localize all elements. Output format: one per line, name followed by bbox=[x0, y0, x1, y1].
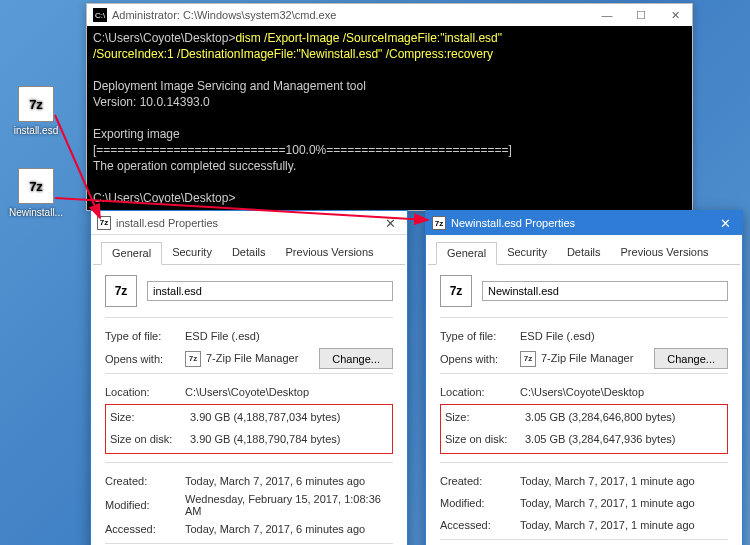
label-sizeondisk: Size on disk: bbox=[445, 433, 525, 445]
sevenzip-icon: 7z bbox=[432, 216, 446, 230]
value-created: Today, March 7, 2017, 6 minutes ago bbox=[185, 475, 393, 487]
cmd-prompt: C:\Users\Coyote\Desktop> bbox=[93, 191, 235, 205]
label-created: Created: bbox=[440, 475, 520, 487]
label-location: Location: bbox=[105, 386, 185, 398]
tab-strip: General Security Details Previous Versio… bbox=[93, 235, 405, 265]
tab-previous-versions[interactable]: Previous Versions bbox=[276, 242, 384, 265]
tab-strip: General Security Details Previous Versio… bbox=[428, 235, 740, 265]
properties-titlebar[interactable]: 7z Newinstall.esd Properties ✕ bbox=[426, 211, 742, 235]
desktop-icon-label: install.esd bbox=[6, 125, 66, 136]
cmd-body[interactable]: C:\Users\Coyote\Desktop>dism /Export-Ima… bbox=[87, 26, 692, 210]
cmd-output: Exporting image bbox=[93, 127, 180, 141]
value-sizeondisk: 3.05 GB (3,284,647,936 bytes) bbox=[525, 433, 723, 445]
value-size: 3.05 GB (3,284,646,800 bytes) bbox=[525, 411, 723, 423]
label-modified: Modified: bbox=[105, 499, 185, 511]
properties-dialog-newinstall: 7z Newinstall.esd Properties ✕ General S… bbox=[425, 210, 743, 545]
value-created: Today, March 7, 2017, 1 minute ago bbox=[520, 475, 728, 487]
label-sizeondisk: Size on disk: bbox=[110, 433, 190, 445]
close-button[interactable]: ✕ bbox=[373, 211, 407, 235]
value-accessed: Today, March 7, 2017, 6 minutes ago bbox=[185, 523, 393, 535]
minimize-button[interactable]: — bbox=[590, 4, 624, 26]
value-openswith: 7z7-Zip File Manager bbox=[520, 351, 654, 367]
tab-general[interactable]: General bbox=[101, 242, 162, 265]
label-accessed: Accessed: bbox=[105, 523, 185, 535]
desktop-icon-newinstall[interactable]: 7z Newinstall... bbox=[6, 168, 66, 218]
close-button[interactable]: ✕ bbox=[708, 211, 742, 235]
cmd-titlebar[interactable]: C:\ Administrator: C:\Windows\system32\c… bbox=[87, 4, 692, 26]
desktop-icon-label: Newinstall... bbox=[6, 207, 66, 218]
value-size: 3.90 GB (4,188,787,034 bytes) bbox=[190, 411, 388, 423]
change-button[interactable]: Change... bbox=[319, 348, 393, 369]
desktop-icon-install[interactable]: 7z install.esd bbox=[6, 86, 66, 136]
label-typeoffile: Type of file: bbox=[440, 330, 520, 342]
cmd-window: C:\ Administrator: C:\Windows\system32\c… bbox=[86, 3, 693, 211]
close-button[interactable]: ✕ bbox=[658, 4, 692, 26]
properties-title-text: install.esd Properties bbox=[116, 217, 218, 229]
cmd-icon: C:\ bbox=[93, 8, 107, 22]
tab-security[interactable]: Security bbox=[162, 242, 222, 265]
properties-titlebar[interactable]: 7z install.esd Properties ✕ bbox=[91, 211, 407, 235]
tab-details[interactable]: Details bbox=[222, 242, 276, 265]
properties-title-text: Newinstall.esd Properties bbox=[451, 217, 575, 229]
sevenzip-icon: 7z bbox=[440, 275, 472, 307]
label-openswith: Opens with: bbox=[105, 353, 185, 365]
label-size: Size: bbox=[445, 411, 525, 423]
value-typeoffile: ESD File (.esd) bbox=[520, 330, 728, 342]
label-typeoffile: Type of file: bbox=[105, 330, 185, 342]
value-location: C:\Users\Coyote\Desktop bbox=[185, 386, 393, 398]
maximize-button[interactable]: ☐ bbox=[624, 4, 658, 26]
cmd-output: [===========================100.0%======… bbox=[93, 143, 512, 157]
sevenzip-icon: 7z bbox=[185, 351, 201, 367]
label-accessed: Accessed: bbox=[440, 519, 520, 531]
size-highlight-box: Size:3.90 GB (4,188,787,034 bytes) Size … bbox=[105, 404, 393, 454]
label-size: Size: bbox=[110, 411, 190, 423]
value-modified: Wednesday, February 15, 2017, 1:08:36 AM bbox=[185, 493, 393, 517]
tab-previous-versions[interactable]: Previous Versions bbox=[611, 242, 719, 265]
tab-security[interactable]: Security bbox=[497, 242, 557, 265]
label-location: Location: bbox=[440, 386, 520, 398]
change-button[interactable]: Change... bbox=[654, 348, 728, 369]
label-created: Created: bbox=[105, 475, 185, 487]
cmd-output: The operation completed successfully. bbox=[93, 159, 296, 173]
size-highlight-box: Size:3.05 GB (3,284,646,800 bytes) Size … bbox=[440, 404, 728, 454]
cmd-output: Version: 10.0.14393.0 bbox=[93, 95, 210, 109]
filename-input[interactable] bbox=[147, 281, 393, 301]
value-modified: Today, March 7, 2017, 1 minute ago bbox=[520, 497, 728, 509]
value-sizeondisk: 3.90 GB (4,188,790,784 bytes) bbox=[190, 433, 388, 445]
sevenzip-icon: 7z bbox=[520, 351, 536, 367]
sevenzip-icon: 7z bbox=[97, 216, 111, 230]
value-openswith: 7z7-Zip File Manager bbox=[185, 351, 319, 367]
tab-general[interactable]: General bbox=[436, 242, 497, 265]
cmd-title-text: Administrator: C:\Windows\system32\cmd.e… bbox=[112, 9, 336, 21]
sevenzip-icon: 7z bbox=[105, 275, 137, 307]
value-location: C:\Users\Coyote\Desktop bbox=[520, 386, 728, 398]
cmd-output: Deployment Image Servicing and Managemen… bbox=[93, 79, 366, 93]
label-openswith: Opens with: bbox=[440, 353, 520, 365]
filename-input[interactable] bbox=[482, 281, 728, 301]
sevenzip-icon: 7z bbox=[18, 168, 54, 204]
value-accessed: Today, March 7, 2017, 1 minute ago bbox=[520, 519, 728, 531]
tab-details[interactable]: Details bbox=[557, 242, 611, 265]
properties-dialog-install: 7z install.esd Properties ✕ General Secu… bbox=[90, 210, 408, 545]
cmd-prompt: C:\Users\Coyote\Desktop> bbox=[93, 31, 235, 45]
value-typeoffile: ESD File (.esd) bbox=[185, 330, 393, 342]
label-modified: Modified: bbox=[440, 497, 520, 509]
sevenzip-icon: 7z bbox=[18, 86, 54, 122]
